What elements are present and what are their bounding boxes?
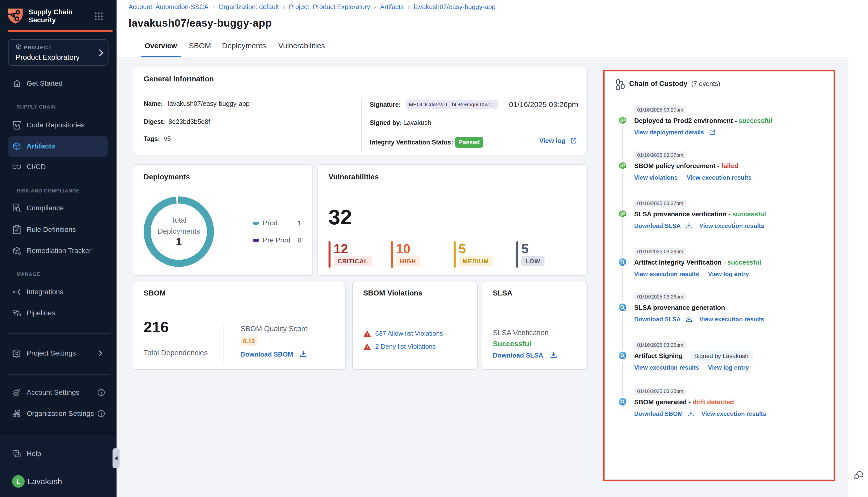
svg-text:?: ? bbox=[15, 451, 17, 455]
